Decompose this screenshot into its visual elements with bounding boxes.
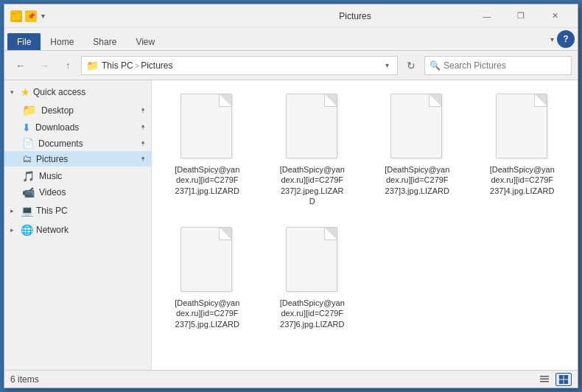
status-item-count: 6 items xyxy=(10,374,39,385)
file-page-4 xyxy=(496,94,547,158)
tile-view-icon xyxy=(558,374,569,385)
file-item-6[interactable]: [DeathSpicy@yandex.ru][id=C279F237]6.jpg… xyxy=(266,223,360,334)
search-input[interactable] xyxy=(443,60,567,71)
documents-label: Documents xyxy=(38,139,83,149)
music-label: Music xyxy=(39,171,62,181)
sidebar-item-music[interactable]: 🎵 Music xyxy=(4,168,151,184)
sidebar-item-pictures[interactable]: 🗂 Pictures 🖈 xyxy=(4,151,151,167)
svg-rect-2 xyxy=(540,376,549,377)
status-view-controls xyxy=(536,373,572,386)
sidebar-item-downloads[interactable]: ⬇ Downloads 🖈 xyxy=(4,119,151,136)
this-pc-icon: 💻 xyxy=(21,205,33,217)
file-page-1 xyxy=(180,94,232,158)
downloads-label: Downloads xyxy=(35,122,79,133)
minimize-button[interactable]: — xyxy=(470,4,504,28)
network-icon: 🌐 xyxy=(21,224,33,236)
file-page-2 xyxy=(286,94,337,158)
tab-home[interactable]: Home xyxy=(41,33,83,50)
window-icon xyxy=(10,10,22,22)
tab-share[interactable]: Share xyxy=(83,33,126,50)
explorer-window: 📌 ▼ Pictures — ❐ ✕ File Home Share View … xyxy=(4,4,578,388)
desktop-folder-icon: 📁 xyxy=(22,103,37,117)
window-title: Pictures xyxy=(240,11,470,21)
svg-rect-0 xyxy=(12,14,21,20)
pictures-folder-icon: 🗂 xyxy=(22,153,32,164)
file-item-2[interactable]: [DeathSpicy@yandex.ru][id=C279F237]2.jpe… xyxy=(266,89,360,211)
main-area: ▾ ★ Quick access 📁 Desktop 🖈 ⬇ Downloads… xyxy=(4,80,578,370)
file-item-1[interactable]: [DeathSpicy@yandex.ru][id=C279F237]1.jpg… xyxy=(161,89,254,211)
documents-pin-icon: 🖈 xyxy=(140,140,147,147)
breadcrumb-this-pc[interactable]: This PC xyxy=(102,60,133,71)
documents-folder-icon: 📄 xyxy=(22,138,34,149)
quick-access-label: Quick access xyxy=(33,87,85,97)
search-box[interactable]: 🔍 xyxy=(424,56,572,75)
window-controls: — ❐ ✕ xyxy=(470,4,572,28)
svg-rect-7 xyxy=(559,379,564,384)
file-icon-5 xyxy=(180,227,234,293)
quick-access-pin: 📌 xyxy=(25,10,37,22)
ribbon-tabs: File Home Share View ▾ ? xyxy=(4,28,578,50)
files-grid: [DeathSpicy@yandex.ru][id=C279F237]1.jpg… xyxy=(161,89,569,334)
sidebar-item-desktop[interactable]: 📁 Desktop 🖈 xyxy=(4,101,151,119)
file-label-3: [DeathSpicy@yandex.ru][id=C279F237]3.jpg… xyxy=(384,164,450,196)
tile-view-button[interactable] xyxy=(555,373,572,386)
list-view-button[interactable] xyxy=(536,373,553,386)
videos-label: Videos xyxy=(39,187,66,197)
tab-view[interactable]: View xyxy=(126,33,164,50)
file-label-1: [DeathSpicy@yandex.ru][id=C279F237]1.jpg… xyxy=(174,164,240,196)
sidebar-section-media: 🎵 Music 📹 Videos xyxy=(4,168,151,200)
this-pc-header[interactable]: ▸ 💻 This PC xyxy=(4,202,151,220)
address-dropdown-arrow[interactable]: ▾ xyxy=(381,57,393,74)
breadcrumb-pictures[interactable]: Pictures xyxy=(141,60,172,71)
file-icon-2 xyxy=(286,94,339,160)
address-box[interactable]: 📁 This PC > Pictures ▾ xyxy=(81,56,398,75)
file-label-2: [DeathSpicy@yandex.ru][id=C279F237]2.jpe… xyxy=(279,164,346,206)
tab-file[interactable]: File xyxy=(7,33,41,50)
music-folder-icon: 🎵 xyxy=(22,170,35,182)
svg-rect-5 xyxy=(559,375,564,379)
file-item-4[interactable]: [DeathSpicy@yandex.ru][id=C279F237]4.jpg… xyxy=(476,89,569,211)
quick-access-header[interactable]: ▾ ★ Quick access xyxy=(4,83,151,101)
svg-rect-4 xyxy=(540,381,549,382)
address-bar: ← → ↑ 📁 This PC > Pictures ▾ ↻ 🔍 xyxy=(4,51,578,80)
sidebar: ▾ ★ Quick access 📁 Desktop 🖈 ⬇ Downloads… xyxy=(4,80,152,370)
svg-rect-8 xyxy=(564,379,569,384)
maximize-button[interactable]: ❐ xyxy=(504,4,538,28)
file-item-5[interactable]: [DeathSpicy@yandex.ru][id=C279F237]5.jpg… xyxy=(161,223,254,334)
file-icon-6 xyxy=(286,227,339,293)
sidebar-item-videos[interactable]: 📹 Videos xyxy=(4,184,151,200)
network-label: Network xyxy=(36,225,69,235)
this-pc-toggle: ▸ xyxy=(10,207,18,214)
file-page-6 xyxy=(286,227,337,292)
up-button[interactable]: ↑ xyxy=(57,56,78,75)
file-label-4: [DeathSpicy@yandex.ru][id=C279F237]4.jpg… xyxy=(489,164,555,196)
this-pc-label: This PC xyxy=(36,206,68,216)
folder-icon-address: 📁 xyxy=(86,60,99,71)
close-button[interactable]: ✕ xyxy=(538,4,572,28)
forward-button[interactable]: → xyxy=(34,56,55,75)
ribbon: File Home Share View ▾ ? xyxy=(4,28,578,51)
title-bar-left: 📌 ▼ xyxy=(10,10,240,22)
help-button[interactable]: ? xyxy=(557,30,575,48)
file-page-3 xyxy=(390,94,442,158)
back-button[interactable]: ← xyxy=(10,56,31,75)
downloads-pin-icon: 🖈 xyxy=(140,124,147,131)
file-label-5: [DeathSpicy@yandex.ru][id=C279F237]5.jpg… xyxy=(174,298,240,329)
file-item-3[interactable]: [DeathSpicy@yandex.ru][id=C279F237]3.jpg… xyxy=(371,89,464,211)
breadcrumb-path: This PC > Pictures xyxy=(102,60,378,71)
breadcrumb-sep-1: > xyxy=(135,61,139,70)
refresh-button[interactable]: ↻ xyxy=(401,56,421,75)
ribbon-expand-icon[interactable]: ▾ xyxy=(550,35,554,43)
pictures-label: Pictures xyxy=(36,154,68,164)
title-pin-icon: ▼ xyxy=(40,13,46,20)
svg-rect-3 xyxy=(540,378,549,379)
sidebar-section-network: ▸ 🌐 Network xyxy=(4,221,151,239)
search-icon: 🔍 xyxy=(430,60,441,71)
status-bar: 6 items xyxy=(4,370,578,388)
file-page-5 xyxy=(180,227,232,292)
sidebar-section-quick-access: ▾ ★ Quick access 📁 Desktop 🖈 ⬇ Downloads… xyxy=(4,83,151,167)
network-header[interactable]: ▸ 🌐 Network xyxy=(4,221,151,239)
quick-access-star-icon: ★ xyxy=(21,86,30,98)
sidebar-item-documents[interactable]: 📄 Documents 🖈 xyxy=(4,136,151,151)
sidebar-section-this-pc: ▸ 💻 This PC xyxy=(4,202,151,220)
